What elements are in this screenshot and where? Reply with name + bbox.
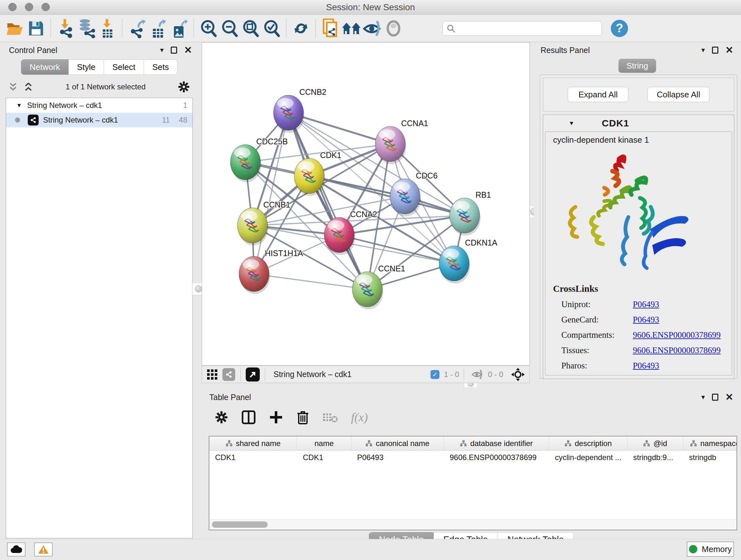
network-graph[interactable]: CCNB2CCNA1CDC25BCDK1CDC6RB1CCNB1CCNA2CDK…: [202, 43, 529, 365]
table-cell[interactable]: stringdb:9...: [627, 450, 683, 465]
network-node-rb1[interactable]: RB1: [450, 190, 491, 236]
column-header-canonical-name[interactable]: canonical name: [351, 436, 444, 450]
tab-style[interactable]: Style: [69, 59, 104, 75]
zoom-out-button[interactable]: [219, 18, 240, 39]
close-window-button[interactable]: [8, 3, 17, 11]
table-cell[interactable]: CDK1: [297, 450, 351, 465]
network-node-ccnb2[interactable]: CCNB2: [273, 87, 327, 133]
selected-indicator-checkbox[interactable]: ✓: [430, 370, 440, 379]
birds-eye-view-icon[interactable]: [511, 368, 525, 381]
panel-close-icon[interactable]: ✕: [184, 45, 192, 55]
entry-collapse-icon[interactable]: ▼: [569, 120, 575, 127]
network-node-ccna1[interactable]: CCNA1: [375, 119, 428, 164]
network-collection-row[interactable]: ▼ String Network – cdk1 1: [6, 98, 192, 113]
table-cell[interactable]: 9606.ENSP00000378699: [444, 450, 549, 465]
zoom-in-button[interactable]: [198, 18, 219, 39]
delete-column-trash-icon[interactable]: [296, 410, 310, 425]
panel-float-icon[interactable]: [171, 47, 177, 54]
zoom-window-button[interactable]: [42, 3, 50, 11]
column-header-shared-name[interactable]: shared name: [209, 436, 297, 450]
toolbar-search[interactable]: [442, 21, 602, 36]
table-cell[interactable]: cyclin-dependent ...: [549, 450, 627, 465]
show-graphics-details-button[interactable]: [341, 18, 362, 39]
network-options-gear-icon[interactable]: [178, 80, 190, 93]
detach-view-icon[interactable]: [246, 368, 260, 381]
network-node-cdk1[interactable]: CDK1: [294, 151, 341, 196]
panel-float-icon[interactable]: [712, 394, 718, 401]
minimize-window-button[interactable]: [25, 3, 33, 11]
network-edge[interactable]: [288, 113, 367, 289]
show-column-icon[interactable]: [241, 410, 256, 425]
first-neighbors-button[interactable]: [320, 18, 341, 39]
column-header-description[interactable]: description: [549, 436, 627, 450]
network-node-cdc25b[interactable]: CDC25B: [230, 137, 288, 182]
table-cell[interactable]: P06493: [351, 450, 444, 465]
table-cell[interactable]: stringdb: [683, 450, 737, 465]
network-edge[interactable]: [254, 274, 367, 289]
collapse-triangle-icon[interactable]: ▼: [16, 102, 22, 109]
save-session-button[interactable]: [25, 18, 47, 39]
export-image-button[interactable]: [169, 18, 190, 39]
network-edge[interactable]: [309, 176, 465, 215]
help-button[interactable]: ?: [611, 20, 628, 37]
zoom-fit-button[interactable]: [240, 18, 261, 39]
collapse-all-button[interactable]: Collapse All: [648, 87, 710, 102]
column-header-namespace[interactable]: namespace: [683, 436, 737, 450]
table-horizontal-scrollbar[interactable]: [209, 519, 737, 530]
apply-layout-button[interactable]: [290, 18, 312, 39]
expand-all-button[interactable]: Expand All: [568, 87, 628, 102]
cloud-status-button[interactable]: [7, 543, 25, 557]
network-row[interactable]: String Network – cdk1 11 48: [6, 113, 192, 127]
tab-select[interactable]: Select: [104, 59, 144, 75]
import-network-from-database-button[interactable]: [76, 18, 97, 39]
crosslink-link[interactable]: P06493: [633, 300, 659, 309]
search-input[interactable]: [455, 24, 590, 33]
hide-graphics-details-button[interactable]: [362, 18, 383, 39]
network-canvas[interactable]: CCNB2CCNA1CDC25BCDK1CDC6RB1CCNB1CCNA2CDK…: [202, 42, 530, 366]
network-node-cdkn1a[interactable]: CDKN1A: [439, 238, 497, 284]
delete-table-icon[interactable]: [322, 412, 338, 423]
show-hide-panel-button[interactable]: [383, 18, 404, 39]
column-header-name[interactable]: name: [297, 436, 351, 450]
node-table[interactable]: shared namenamecanonical namedatabase id…: [209, 436, 737, 519]
panel-menu-icon[interactable]: ▾: [701, 394, 705, 401]
zoom-selected-button[interactable]: [261, 18, 282, 39]
tab-network[interactable]: Network: [21, 59, 69, 75]
network-view-mode-icon[interactable]: [222, 368, 235, 381]
panel-menu-icon[interactable]: ▾: [701, 47, 705, 54]
crosslink-link[interactable]: P06493: [633, 361, 659, 371]
window-controls[interactable]: [8, 3, 50, 11]
export-network-button[interactable]: [126, 18, 147, 39]
collapse-all-networks-icon[interactable]: [8, 82, 18, 91]
table-cell[interactable]: CDK1: [209, 450, 297, 465]
expand-all-networks-icon[interactable]: [23, 82, 34, 91]
column-header-database-identifier[interactable]: database identifier: [444, 436, 549, 450]
column-header--id[interactable]: @id: [627, 436, 683, 450]
scrollbar-thumb[interactable]: [212, 521, 268, 528]
panel-menu-icon[interactable]: ▾: [160, 47, 164, 54]
warnings-button[interactable]: [34, 543, 53, 557]
crosslink-row: Pharos:P06493: [553, 361, 732, 371]
hidden-elements-icon[interactable]: [471, 369, 483, 380]
network-node-cdc6[interactable]: CDC6: [390, 171, 437, 216]
import-network-button[interactable]: [55, 18, 76, 39]
import-table-button[interactable]: [97, 18, 118, 39]
function-builder-button[interactable]: f(x): [351, 410, 368, 424]
crosslink-link[interactable]: 9606.ENSP00000378699: [633, 330, 721, 340]
panel-float-icon[interactable]: [712, 47, 718, 54]
crosslink-link[interactable]: P06493: [633, 315, 659, 325]
tab-string[interactable]: String: [618, 59, 656, 73]
table-options-gear-icon[interactable]: [214, 410, 228, 424]
grid-view-icon[interactable]: [206, 369, 218, 380]
tab-sets[interactable]: Sets: [144, 59, 178, 75]
create-column-plus-icon[interactable]: [269, 410, 283, 425]
open-session-button[interactable]: [4, 18, 25, 39]
panel-close-icon[interactable]: ✕: [725, 45, 733, 55]
crosslink-link[interactable]: 9606.ENSP00000378699: [633, 346, 721, 355]
panel-close-icon[interactable]: ✕: [725, 392, 733, 402]
export-table-button[interactable]: [147, 18, 169, 39]
memory-button[interactable]: Memory: [687, 542, 734, 557]
table-row[interactable]: CDK1CDK1P064939606.ENSP00000378699cyclin…: [209, 450, 737, 465]
network-node-hist1h1a[interactable]: HIST1H1A: [239, 249, 303, 294]
network-node-ccne1[interactable]: CCNE1: [352, 264, 405, 309]
